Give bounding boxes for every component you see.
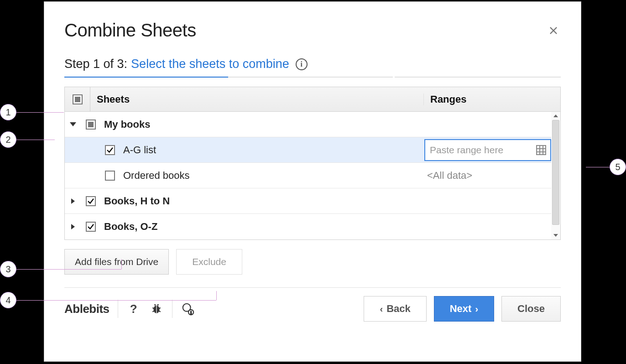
range-display: <All data> <box>423 170 560 182</box>
annotation-3: 3 <box>0 261 16 277</box>
annotation-3-line-v <box>121 259 122 269</box>
bug-icon[interactable] <box>149 302 164 316</box>
add-files-from-drive-button[interactable]: Add files from Drive <box>64 249 169 275</box>
file-row-my-books[interactable]: My books <box>65 112 560 137</box>
next-button[interactable]: Next › <box>434 296 494 322</box>
annotation-2: 2 <box>0 131 55 148</box>
scroll-thumb[interactable] <box>552 120 559 225</box>
chevron-left-icon: ‹ <box>380 304 383 314</box>
step-indicator: Step 1 of 3: Select the sheets to combin… <box>64 57 561 71</box>
grid-select-icon[interactable] <box>536 145 547 156</box>
scroll-down-icon[interactable] <box>551 231 560 239</box>
search-info-icon[interactable]: i <box>181 302 195 316</box>
file-checkbox[interactable] <box>86 120 96 130</box>
annotation-4-line-v <box>216 291 217 300</box>
expand-icon[interactable] <box>71 224 75 229</box>
dialog-title: Combine Sheets <box>64 20 196 41</box>
sheet-checkbox[interactable] <box>105 171 115 181</box>
file-label: Books, O-Z <box>100 221 423 233</box>
close-label: Close <box>517 303 545 315</box>
file-row-books-h-n[interactable]: Books, H to N <box>65 188 560 214</box>
back-button[interactable]: ‹ Back <box>364 296 426 322</box>
annotation-1: 1 <box>0 104 64 120</box>
svg-rect-0 <box>537 146 546 155</box>
annotation-3-line-h <box>16 269 121 270</box>
sheet-checkbox[interactable] <box>105 145 115 155</box>
column-header-ranges: Ranges <box>423 94 560 105</box>
sheet-row-ordered-books[interactable]: Ordered books <All data> <box>65 163 560 188</box>
annotation-4-line-h <box>16 300 216 301</box>
combine-sheets-dialog: Combine Sheets Step 1 of 3: Select the s… <box>44 1 581 362</box>
step-link: Select the sheets to combine <box>131 57 289 71</box>
sheet-label: Ordered books <box>120 170 423 182</box>
svg-point-12 <box>157 304 158 306</box>
table-header: Sheets Ranges <box>65 87 560 112</box>
annotation-4: 4 <box>0 292 16 308</box>
annotation-5: 5 <box>586 159 626 175</box>
sheets-table: Sheets Ranges My books <box>64 87 561 240</box>
file-label: Books, H to N <box>100 195 423 207</box>
next-label: Next <box>450 303 472 315</box>
close-button[interactable]: Close <box>501 296 561 322</box>
file-label: My books <box>100 119 423 130</box>
range-input[interactable] <box>430 145 521 156</box>
chevron-right-icon: › <box>475 304 478 314</box>
help-icon[interactable]: ? <box>126 302 141 316</box>
exclude-button[interactable]: Exclude <box>176 249 242 275</box>
back-label: Back <box>386 303 411 315</box>
select-all-checkbox[interactable] <box>73 94 83 104</box>
step-progress-bar <box>64 77 561 78</box>
sheet-row-ag-list[interactable]: A-G list <box>65 137 560 163</box>
file-row-books-o-z[interactable]: Books, O-Z <box>65 214 560 239</box>
close-icon[interactable] <box>546 23 561 38</box>
range-input-box <box>424 139 551 161</box>
expand-icon[interactable] <box>71 198 75 204</box>
scrollbar[interactable] <box>551 112 560 239</box>
step-prefix: Step 1 of 3: <box>64 57 127 71</box>
info-icon[interactable]: i <box>296 58 308 70</box>
file-checkbox[interactable] <box>86 196 96 206</box>
column-header-sheets: Sheets <box>90 94 423 105</box>
file-checkbox[interactable] <box>86 222 96 232</box>
sheet-label: A-G list <box>120 144 423 156</box>
collapse-icon[interactable] <box>70 122 76 126</box>
scroll-up-icon[interactable] <box>551 112 560 120</box>
svg-point-11 <box>154 304 156 306</box>
brand-logo: Ablebits <box>64 302 110 316</box>
